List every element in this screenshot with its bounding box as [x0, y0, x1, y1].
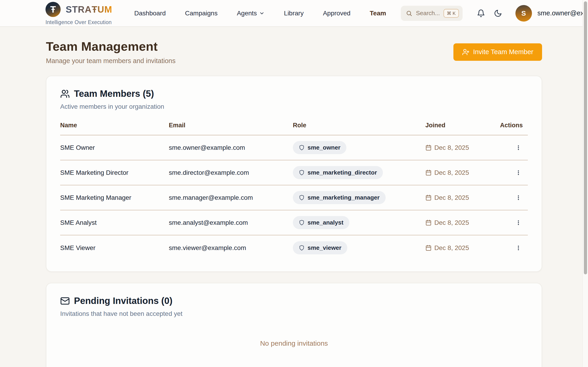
invite-button-label: Invite Team Member	[473, 48, 533, 56]
joined-date: Dec 8, 2025	[425, 144, 490, 151]
calendar-icon	[425, 219, 432, 226]
member-email: sme.owner@example.com	[169, 144, 293, 151]
joined-date-label: Dec 8, 2025	[434, 144, 469, 151]
shield-icon	[299, 195, 304, 200]
table-body: SME Owner sme.owner@example.com sme_owne…	[60, 135, 528, 260]
calendar-icon	[425, 144, 432, 151]
member-email: sme.director@example.com	[169, 169, 293, 176]
table-row: SME Marketing Manager sme.manager@exampl…	[60, 185, 528, 210]
pending-invitations-card: Pending Invitations (0) Invitations that…	[46, 283, 542, 367]
nav-item-dashboard[interactable]: Dashboard	[134, 10, 166, 17]
table-row: SME Owner sme.owner@example.com sme_owne…	[60, 135, 528, 160]
role-badge: sme_viewer	[293, 241, 347, 254]
brand-glyph: Ŧ	[50, 4, 56, 15]
user-plus-icon	[462, 48, 469, 56]
nav-label: Library	[284, 10, 304, 17]
table-row: SME Analyst sme.analyst@example.com sme_…	[60, 210, 528, 235]
joined-date: Dec 8, 2025	[425, 194, 490, 201]
chevron-down-icon	[259, 10, 265, 16]
row-actions-menu-button[interactable]	[514, 218, 523, 227]
shield-icon	[299, 245, 304, 251]
theme-toggle-button[interactable]	[494, 9, 502, 17]
calendar-icon	[425, 245, 432, 251]
page-subtitle: Manage your team members and invitations	[46, 57, 175, 65]
user-email: sme.owner@example.com	[537, 9, 583, 17]
member-name: SME Viewer	[60, 244, 169, 252]
joined-date-label: Dec 8, 2025	[434, 244, 469, 252]
invitations-card-title: Pending Invitations (0)	[74, 296, 173, 306]
table-row: SME Marketing Director sme.director@exam…	[60, 160, 528, 185]
brand-logo-icon: Ŧ	[45, 2, 61, 17]
scrollbar-track[interactable]	[582, 0, 588, 367]
member-name: SME Marketing Director	[60, 169, 169, 176]
member-email: sme.analyst@example.com	[169, 219, 293, 226]
kebab-menu-icon	[515, 145, 521, 151]
column-header-email: Email	[169, 122, 293, 129]
top-navigation-bar: Ŧ STRAŦUM Intelligence Over Execution Da…	[0, 0, 588, 27]
moon-icon	[494, 9, 502, 17]
nav-label: Agents	[237, 10, 257, 17]
brand-wordmark: STRAŦUM	[66, 4, 112, 15]
kebab-menu-icon	[515, 195, 521, 201]
nav-item-team[interactable]: Team	[370, 10, 386, 17]
nav-label: Dashboard	[134, 10, 166, 17]
no-pending-invitations-message: No pending invitations	[60, 340, 528, 367]
row-actions-menu-button[interactable]	[514, 193, 523, 202]
invitations-card-subtitle: Invitations that have not been accepted …	[60, 310, 528, 317]
nav-item-agents[interactable]: Agents	[237, 10, 265, 17]
row-actions-menu-button[interactable]	[514, 168, 523, 177]
notifications-button[interactable]	[477, 9, 485, 17]
nav-item-library[interactable]: Library	[284, 10, 304, 17]
row-actions-menu-button[interactable]	[514, 143, 523, 152]
joined-date-label: Dec 8, 2025	[434, 194, 469, 201]
main-nav: Dashboard Campaigns Agents Library Appro…	[134, 10, 386, 17]
team-members-table: Name Email Role Joined Actions SME Owner…	[60, 122, 528, 260]
member-name: SME Marketing Manager	[60, 194, 169, 201]
shield-icon	[299, 145, 304, 150]
shield-icon	[299, 170, 304, 175]
mail-icon	[60, 296, 70, 306]
role-badge-label: sme_marketing_manager	[308, 194, 380, 201]
calendar-icon	[425, 169, 432, 176]
invite-team-member-button[interactable]: Invite Team Member	[453, 43, 542, 61]
role-badge-label: sme_marketing_director	[308, 169, 377, 176]
column-header-name: Name	[60, 122, 169, 129]
role-badge: sme_marketing_manager	[293, 191, 386, 204]
main-content: Team Management Manage your team members…	[46, 39, 542, 367]
column-header-joined: Joined	[425, 122, 490, 129]
calendar-icon	[425, 194, 432, 201]
brand-tagline: Intelligence Over Execution	[45, 19, 112, 25]
member-name: SME Analyst	[60, 219, 169, 226]
joined-date: Dec 8, 2025	[425, 244, 490, 252]
brand-logo[interactable]: Ŧ STRAŦUM Intelligence Over Execution	[45, 0, 112, 25]
page-title: Team Management	[46, 39, 175, 53]
kebab-menu-icon	[515, 220, 521, 226]
member-email: sme.viewer@example.com	[169, 244, 293, 252]
role-badge-label: sme_analyst	[308, 219, 343, 226]
kebab-menu-icon	[515, 170, 521, 176]
member-name: SME Owner	[60, 144, 169, 151]
user-avatar[interactable]: S	[515, 5, 532, 22]
team-members-card: Team Members (5) Active members in your …	[46, 76, 542, 272]
role-badge: sme_marketing_director	[293, 166, 383, 179]
role-badge-label: sme_viewer	[308, 244, 341, 251]
row-actions-menu-button[interactable]	[514, 244, 523, 252]
search-icon	[406, 10, 412, 17]
scrollbar-thumb[interactable]	[584, 1, 587, 274]
role-badge: sme_analyst	[293, 216, 349, 229]
role-badge: sme_owner	[293, 141, 346, 154]
bell-icon	[477, 9, 485, 17]
joined-date-label: Dec 8, 2025	[434, 219, 469, 226]
members-card-title: Team Members (5)	[74, 89, 154, 99]
search-shortcut-badge: ⌘ K	[443, 9, 459, 18]
nav-item-campaigns[interactable]: Campaigns	[185, 10, 218, 17]
nav-label: Approved	[323, 10, 351, 17]
joined-date: Dec 8, 2025	[425, 219, 490, 226]
kebab-menu-icon	[515, 245, 521, 251]
search-input[interactable]: Search... ⌘ K	[401, 6, 463, 21]
members-card-subtitle: Active members in your organization	[60, 103, 528, 110]
column-header-role: Role	[293, 122, 425, 129]
nav-label: Team	[370, 10, 386, 17]
member-email: sme.manager@example.com	[169, 194, 293, 201]
nav-item-approved[interactable]: Approved	[323, 10, 351, 17]
